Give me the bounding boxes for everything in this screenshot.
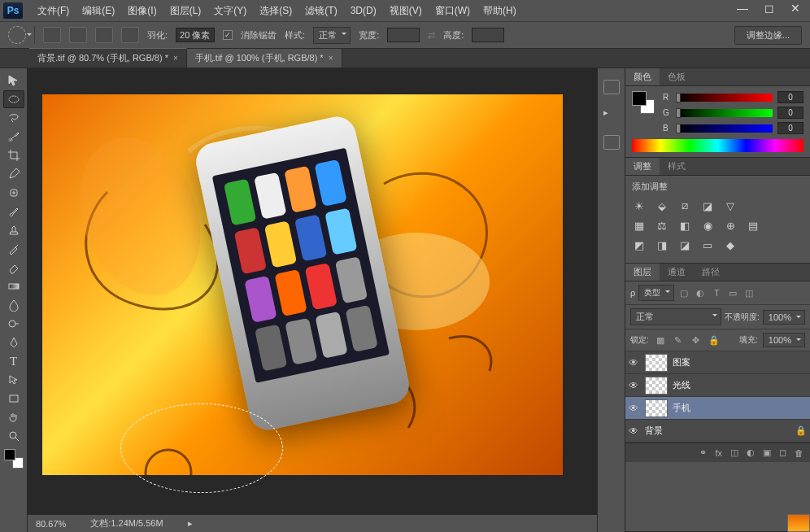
exposure-icon[interactable]: ◪ — [700, 199, 715, 212]
brush-tool[interactable] — [3, 203, 24, 220]
style-dropdown[interactable]: 正常 — [313, 27, 351, 44]
layer-row[interactable]: 👁 图案 — [625, 351, 810, 374]
selective-color-icon[interactable]: ◆ — [723, 238, 738, 251]
tab-paths[interactable]: 路径 — [694, 264, 728, 281]
blend-mode-dropdown[interactable]: 正常 — [630, 308, 721, 325]
filter-adjustment-icon[interactable]: ◐ — [694, 287, 707, 299]
menu-layer[interactable]: 图层(L) — [163, 1, 208, 21]
rectangle-tool[interactable] — [3, 390, 24, 408]
zoom-level[interactable]: 80.67% — [36, 519, 66, 529]
brightness-icon[interactable]: ☀ — [632, 199, 647, 212]
subtract-selection-button[interactable] — [95, 27, 113, 43]
filter-smart-icon[interactable]: ◫ — [742, 287, 756, 299]
visibility-toggle[interactable]: 👁 — [629, 357, 640, 368]
type-tool[interactable]: T — [3, 352, 24, 370]
adjustment-layer-icon[interactable]: ◐ — [747, 447, 755, 458]
document-tab[interactable]: 背景.tif @ 80.7% (手机, RGB/8) * × — [29, 48, 187, 68]
lasso-tool[interactable] — [3, 109, 24, 127]
r-value[interactable] — [777, 91, 803, 103]
pen-tool[interactable] — [3, 334, 24, 351]
layer-thumbnail[interactable] — [645, 354, 668, 372]
link-layers-icon[interactable]: ⚭ — [699, 447, 707, 458]
filter-type-icon[interactable]: T — [710, 287, 723, 299]
layer-name[interactable]: 手机 — [673, 402, 690, 414]
menu-image[interactable]: 图像(I) — [121, 1, 163, 21]
elliptical-marquee-tool[interactable] — [3, 90, 24, 108]
filter-pixel-icon[interactable]: ▢ — [677, 287, 690, 299]
canvas[interactable] — [42, 94, 563, 475]
lock-image-icon[interactable]: ✎ — [672, 334, 685, 346]
antialias-checkbox[interactable]: ✓ — [223, 30, 233, 40]
tool-preset-picker[interactable] — [8, 26, 26, 44]
bw-icon[interactable]: ◧ — [677, 219, 692, 232]
fg-color[interactable] — [632, 91, 647, 106]
layer-name[interactable]: 图案 — [673, 356, 690, 368]
g-value[interactable] — [777, 107, 803, 119]
b-value[interactable] — [777, 122, 803, 134]
actions-panel-icon[interactable]: ▸ — [603, 107, 620, 122]
group-icon[interactable]: ▣ — [763, 447, 771, 458]
r-slider[interactable] — [676, 94, 773, 102]
dodge-tool[interactable] — [3, 315, 24, 333]
tab-swatches[interactable]: 色板 — [660, 68, 694, 85]
menu-select[interactable]: 选择(S) — [253, 1, 298, 21]
menu-window[interactable]: 窗口(W) — [429, 1, 477, 21]
layer-thumbnail[interactable] — [645, 377, 668, 395]
tab-styles[interactable]: 样式 — [660, 158, 694, 175]
lock-position-icon[interactable]: ✥ — [690, 334, 703, 346]
move-tool[interactable] — [3, 72, 24, 89]
layer-filter-kind[interactable]: 类型 — [638, 285, 674, 301]
color-spectrum[interactable] — [632, 139, 803, 152]
b-slider[interactable] — [676, 124, 773, 133]
minimize-button[interactable]: — — [734, 2, 751, 15]
quick-selection-tool[interactable] — [3, 128, 24, 146]
delete-layer-icon[interactable]: 🗑 — [795, 448, 803, 458]
canvas-area[interactable]: 80.67% 文档:1.24M/5.56M ▸ — [28, 68, 597, 532]
menu-help[interactable]: 帮助(H) — [477, 1, 523, 21]
status-menu-icon[interactable]: ▸ — [188, 518, 193, 529]
layer-mask-icon[interactable]: ◫ — [730, 447, 738, 458]
properties-panel-icon[interactable] — [603, 135, 620, 150]
feather-input[interactable] — [176, 28, 215, 42]
curves-icon[interactable]: ⧄ — [677, 199, 692, 212]
add-selection-button[interactable] — [69, 27, 87, 43]
lock-all-icon[interactable]: 🔒 — [708, 334, 721, 346]
layer-name[interactable]: 光线 — [673, 379, 690, 391]
invert-icon[interactable]: ◩ — [632, 238, 647, 251]
tab-adjustments[interactable]: 调整 — [625, 158, 660, 175]
tab-layers[interactable]: 图层 — [625, 264, 660, 281]
posterize-icon[interactable]: ◨ — [655, 238, 669, 251]
eyedropper-tool[interactable] — [3, 165, 24, 183]
filter-shape-icon[interactable]: ▭ — [726, 287, 739, 299]
color-swatch[interactable] — [632, 91, 655, 114]
close-button[interactable]: ✕ — [787, 2, 803, 15]
document-size[interactable]: 文档:1.24M/5.56M — [90, 517, 163, 530]
levels-icon[interactable]: ⬙ — [655, 199, 669, 212]
layer-thumbnail[interactable] — [645, 399, 668, 417]
layer-name[interactable]: 背景 — [645, 425, 663, 437]
tab-color[interactable]: 颜色 — [625, 68, 660, 85]
refine-edge-button[interactable]: 调整边缘... — [734, 26, 802, 45]
history-panel-icon[interactable] — [603, 80, 620, 94]
zoom-tool[interactable] — [3, 427, 24, 445]
marquee-selection[interactable] — [120, 403, 283, 493]
crop-tool[interactable] — [3, 146, 24, 164]
menu-type[interactable]: 文字(Y) — [207, 1, 253, 21]
g-slider[interactable] — [676, 109, 773, 117]
fill-value[interactable]: 100% — [763, 333, 805, 347]
visibility-toggle[interactable]: 👁 — [629, 403, 640, 414]
clone-stamp-tool[interactable] — [3, 221, 24, 239]
hand-tool[interactable] — [3, 408, 24, 426]
tab-close-icon[interactable]: × — [329, 54, 333, 63]
swap-wh-icon[interactable]: ⇄ — [428, 30, 435, 41]
visibility-toggle[interactable]: 👁 — [629, 425, 640, 437]
layer-row[interactable]: 👁 背景 🔒 — [625, 420, 810, 443]
menu-edit[interactable]: 编辑(E) — [76, 1, 121, 21]
color-balance-icon[interactable]: ⚖ — [655, 219, 669, 232]
new-layer-icon[interactable]: ◻ — [779, 447, 786, 458]
history-brush-tool[interactable] — [3, 240, 24, 258]
foreground-background-colors[interactable] — [4, 449, 24, 469]
menu-file[interactable]: 文件(F) — [31, 1, 76, 21]
channel-mixer-icon[interactable]: ⊕ — [723, 219, 738, 232]
layer-row[interactable]: 👁 光线 — [625, 374, 810, 397]
